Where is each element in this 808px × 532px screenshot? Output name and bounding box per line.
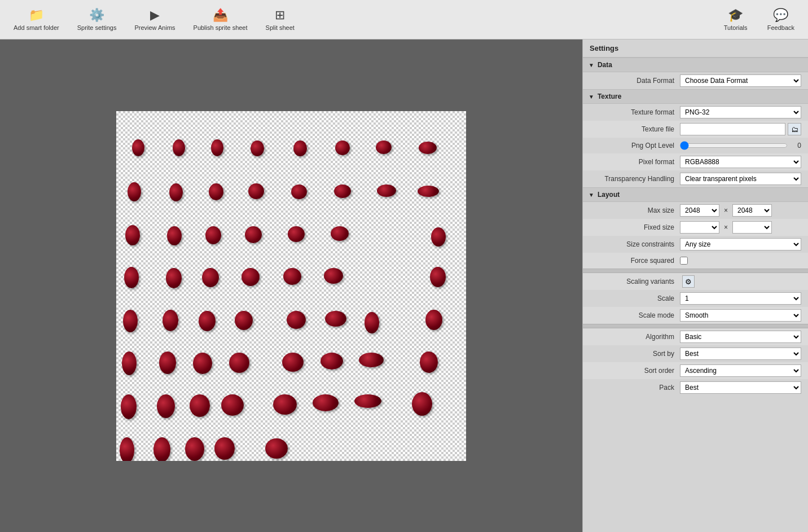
- section-divider: [583, 269, 808, 273]
- preview-anims-label: Preview Anims: [134, 24, 175, 31]
- sprite-dot: [325, 311, 346, 327]
- max-size-label: Max size: [590, 206, 680, 214]
- force-squared-checkbox[interactable]: [680, 257, 688, 265]
- sort-order-control: Ascending Descending: [680, 364, 801, 377]
- texture-file-input[interactable]: [680, 123, 785, 135]
- png-opt-level-slider[interactable]: [680, 140, 788, 151]
- scale-row: Scale 1234: [583, 290, 808, 307]
- data-section-header[interactable]: ▼ Data: [583, 58, 808, 72]
- pixel-format-select[interactable]: RGBA8888 RGB888 RGBA4444: [680, 156, 801, 168]
- fixed-size-control: ×: [680, 221, 801, 234]
- split-sheet-icon: ⊞: [275, 8, 285, 23]
- algorithm-select[interactable]: Basic Optimal Guillotine: [680, 331, 801, 343]
- sprite-dot: [123, 310, 138, 332]
- sprite-dot: [412, 392, 432, 416]
- pack-label: Pack: [590, 384, 680, 392]
- tutorials-button[interactable]: 🎓 Tutorials: [713, 3, 758, 37]
- split-sheet-label: Split sheet: [266, 24, 295, 31]
- texture-section-label: Texture: [598, 93, 621, 100]
- sprite-settings-label: Sprite settings: [77, 24, 117, 31]
- sprite-dot: [193, 353, 212, 374]
- layout-section-arrow: ▼: [589, 192, 594, 198]
- sprite-dot: [251, 140, 264, 156]
- scale-select[interactable]: 1234: [680, 292, 801, 305]
- transparency-handling-select[interactable]: Clear transparent pixels Keep transparen…: [680, 173, 801, 185]
- sort-order-select[interactable]: Ascending Descending: [680, 364, 801, 377]
- size-constraints-select[interactable]: Any size Power of 2 Multiple of 4: [680, 238, 801, 250]
- texture-file-browse-button[interactable]: 🗂: [788, 123, 801, 135]
- max-size-w-select[interactable]: 1282565121024 20484096: [680, 204, 719, 217]
- settings-title: Settings: [583, 39, 808, 58]
- texture-file-label: Texture file: [590, 125, 680, 133]
- sprite-dot: [420, 351, 438, 373]
- sprite-dot: [199, 311, 216, 331]
- publish-sprite-sheet-button[interactable]: 📤 Publish sprite sheet: [185, 3, 257, 37]
- main: Settings ▼ Data Data Format Choose Data …: [0, 39, 808, 532]
- data-format-select[interactable]: Choose Data Format: [680, 74, 801, 87]
- sprite-dot: [125, 225, 140, 245]
- scaling-variants-gear-button[interactable]: ⚙: [682, 275, 695, 288]
- sprite-dot: [124, 267, 139, 288]
- sprite-dot: [334, 184, 351, 198]
- sprite-dot: [288, 226, 305, 242]
- algorithm-row: Algorithm Basic Optimal Guillotine: [583, 328, 808, 345]
- fixed-size-row: Fixed size ×: [583, 219, 808, 236]
- sprite-dot: [185, 437, 204, 461]
- texture-section-header[interactable]: ▼ Texture: [583, 89, 808, 104]
- sort-by-label: Sort by: [590, 350, 680, 358]
- texture-file-row: Texture file 🗂: [583, 121, 808, 138]
- force-squared-row: Force squared: [583, 253, 808, 269]
- data-format-control: Choose Data Format: [680, 74, 801, 87]
- sprite-dot: [211, 139, 223, 156]
- add-smart-folder-icon: 📁: [29, 8, 44, 23]
- sprite-dot: [376, 140, 392, 154]
- scale-mode-select[interactable]: Smooth Fast Bilinear: [680, 309, 801, 322]
- fixed-size-x-label: ×: [722, 223, 730, 231]
- sprite-dot: [283, 268, 301, 285]
- texture-format-row: Texture format PNG-32 PNG-8 JPEG BMP: [583, 104, 808, 121]
- algorithm-label: Algorithm: [590, 333, 680, 341]
- algorithm-control: Basic Optimal Guillotine: [680, 331, 801, 343]
- sprite-dot: [365, 312, 379, 333]
- sprite-dot: [331, 226, 349, 241]
- add-smart-folder-button[interactable]: 📁 Add smart folder: [5, 3, 68, 37]
- transparency-handling-control: Clear transparent pixels Keep transparen…: [680, 173, 801, 185]
- max-size-row: Max size 1282565121024 20484096 × 128256…: [583, 202, 808, 219]
- sprite-dot: [169, 183, 183, 201]
- sort-by-select[interactable]: Best Name Width Height Area: [680, 348, 801, 360]
- data-section-label: Data: [598, 61, 612, 69]
- transparency-handling-row: Transparency Handling Clear transparent …: [583, 170, 808, 187]
- scaling-variants-row: Scaling variants ⚙: [583, 273, 808, 290]
- sprite-dot: [431, 227, 446, 247]
- pack-row: Pack Best Shelf MaxRects: [583, 379, 808, 396]
- feedback-label: Feedback: [767, 24, 794, 31]
- scale-mode-row: Scale mode Smooth Fast Bilinear: [583, 307, 808, 324]
- max-size-h-select[interactable]: 1282565121024 20484096: [732, 204, 772, 217]
- sprite-dot: [377, 184, 396, 197]
- sprite-dot: [248, 183, 264, 199]
- sprite-dot: [159, 351, 176, 374]
- add-smart-folder-label: Add smart folder: [14, 24, 59, 31]
- split-sheet-button[interactable]: ⊞ Split sheet: [257, 3, 304, 37]
- sprite-dot: [221, 394, 244, 416]
- preview-anims-button[interactable]: ▶ Preview Anims: [125, 3, 184, 37]
- sprite-dot: [282, 353, 304, 372]
- pixel-format-label: Pixel format: [590, 158, 680, 166]
- sprite-settings-button[interactable]: ⚙️ Sprite settings: [68, 3, 126, 37]
- texture-format-select[interactable]: PNG-32 PNG-8 JPEG BMP: [680, 106, 801, 118]
- pack-select[interactable]: Best Shelf MaxRects: [680, 381, 801, 394]
- pixel-format-row: Pixel format RGBA8888 RGB888 RGBA4444: [583, 153, 808, 170]
- data-format-label: Data Format: [590, 77, 680, 85]
- feedback-button[interactable]: 💬 Feedback: [758, 3, 803, 37]
- sort-order-row: Sort order Ascending Descending: [583, 362, 808, 379]
- fixed-size-w-select[interactable]: [680, 221, 719, 234]
- layout-section-header[interactable]: ▼ Layout: [583, 187, 808, 202]
- preview-anims-icon: ▶: [150, 8, 160, 23]
- tutorials-label: Tutorials: [724, 24, 748, 31]
- gear-icon: ⚙: [685, 278, 692, 286]
- canvas-area[interactable]: [0, 39, 582, 532]
- fixed-size-h-select[interactable]: [732, 221, 772, 234]
- sprite-dot: [287, 311, 306, 329]
- data-format-row: Data Format Choose Data Format: [583, 72, 808, 89]
- sprite-dot: [190, 394, 210, 417]
